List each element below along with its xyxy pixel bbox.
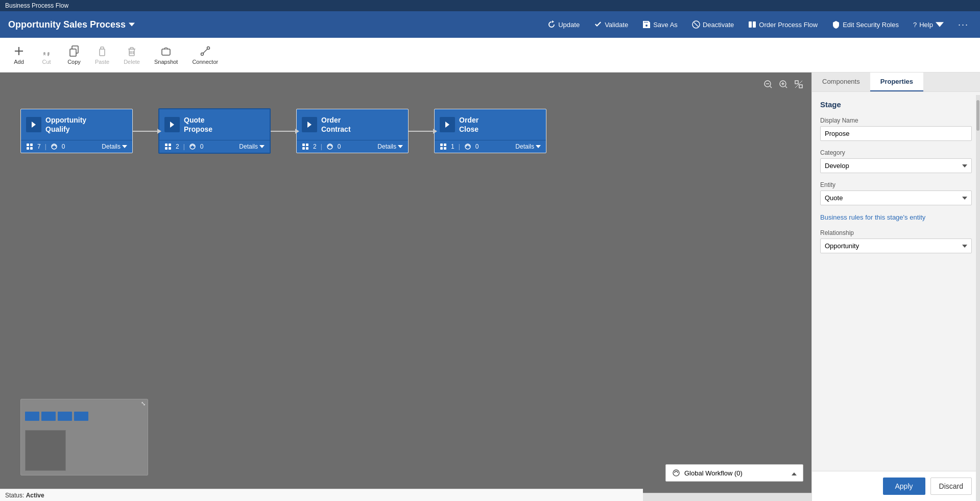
stage-header-quote-propose: QuotePropose (159, 109, 270, 140)
svg-rect-10 (100, 49, 105, 56)
stage-order-close[interactable]: OrderClose 1 | 0 Details (434, 109, 546, 153)
stage3-details-button[interactable]: Details (377, 143, 403, 150)
svg-point-22 (207, 46, 209, 49)
panel-scrollbar[interactable] (976, 95, 980, 501)
stage-name-opportunity-qualify: OpportunityQualify (45, 115, 86, 134)
category-select[interactable]: Qualify Develop Propose Close (820, 158, 972, 173)
stage-icon-quote-propose (164, 117, 180, 132)
help-button[interactable]: ? Help (910, 18, 947, 31)
entity-select[interactable]: Opportunity Quote Order Invoice (820, 190, 972, 205)
biz-rules-link[interactable]: Business rules for this stage's entity (820, 213, 925, 221)
fit-view-button[interactable] (793, 79, 804, 91)
stage-order-contract[interactable]: OrderContract 2 | 0 Details (296, 109, 409, 153)
zoom-in-button[interactable] (778, 79, 789, 91)
right-panel: Components Properties Stage Display Name… (811, 73, 980, 501)
svg-line-1 (694, 22, 698, 27)
more-dots-icon: ··· (958, 19, 969, 30)
apply-button[interactable]: Apply (883, 478, 925, 495)
canvas-area[interactable]: OpportunityQualify 7 | 0 Details (0, 73, 811, 501)
svg-line-25 (770, 86, 772, 88)
mini-map-toggle[interactable]: ⤡ (141, 400, 146, 407)
zoom-out-button[interactable] (762, 79, 774, 91)
stage4-details-button[interactable]: Details (515, 143, 541, 150)
copy-label: Copy (67, 59, 81, 65)
svg-rect-34 (27, 144, 29, 146)
stage-icon-opportunity-qualify (26, 117, 41, 132)
svg-rect-53 (444, 144, 446, 146)
svg-rect-49 (306, 147, 308, 150)
relationship-select[interactable]: Opportunity Quote Order (820, 238, 972, 253)
global-workflow-chevron-icon[interactable] (792, 469, 797, 477)
svg-point-57 (673, 470, 679, 476)
svg-marker-39 (170, 122, 174, 128)
stage4-workflows: 0 (475, 143, 479, 150)
main-area: OpportunityQualify 7 | 0 Details (0, 73, 980, 501)
stage-footer-opportunity-qualify: 7 | 0 Details (21, 140, 132, 153)
copy-button[interactable]: Copy (61, 42, 87, 68)
global-workflow-label: Global Workflow (0) (684, 469, 743, 477)
order-process-flow-button[interactable]: Order Process Flow (745, 18, 821, 31)
mini-map-canvas (25, 430, 66, 471)
svg-rect-9 (70, 49, 76, 56)
stage1-details-button[interactable]: Details (102, 143, 127, 150)
mini-stage-2 (41, 412, 56, 421)
stage1-workflows: 0 (62, 143, 65, 150)
svg-rect-43 (169, 147, 171, 150)
tab-components[interactable]: Components (812, 73, 870, 91)
panel-content: Stage Display Name Category Qualify Deve… (812, 92, 980, 471)
panel-scrollbar-thumb[interactable] (976, 100, 979, 131)
update-label: Update (558, 21, 580, 29)
deactivate-button[interactable]: Deactivate (689, 18, 737, 31)
canvas-controls (762, 79, 804, 91)
help-icon: ? (913, 21, 917, 29)
connector-3-4 (409, 131, 434, 132)
stage2-workflows: 0 (200, 143, 204, 150)
update-button[interactable]: Update (544, 18, 583, 31)
svg-rect-30 (795, 81, 798, 84)
panel-tabs: Components Properties (812, 73, 980, 92)
save-as-button[interactable]: Save As (639, 18, 681, 31)
stage-footer-quote-propose: 2 | 0 Details (159, 140, 270, 153)
paste-button[interactable]: Paste (89, 42, 115, 68)
stage-name-order-contract: OrderContract (321, 115, 351, 134)
stage2-steps: 2 (176, 143, 179, 150)
svg-marker-33 (32, 122, 36, 128)
svg-rect-17 (130, 47, 133, 49)
svg-line-29 (785, 86, 787, 88)
svg-rect-54 (440, 147, 443, 150)
cut-button[interactable]: Cut (34, 42, 59, 68)
panel-section-title: Stage (820, 100, 972, 109)
global-workflow-bar[interactable]: Global Workflow (0) (665, 464, 803, 482)
mini-stage-4 (74, 412, 88, 421)
flow-stages: OpportunityQualify 7 | 0 Details (20, 108, 546, 154)
svg-rect-52 (440, 144, 443, 146)
add-button[interactable]: Add (6, 42, 32, 68)
help-label: Help (919, 21, 933, 29)
display-name-input[interactable] (820, 126, 972, 141)
tab-properties[interactable]: Properties (870, 73, 923, 91)
svg-rect-5 (15, 51, 23, 52)
stage1-steps: 7 (37, 143, 41, 150)
discard-button[interactable]: Discard (930, 478, 972, 495)
entity-label: Entity (820, 181, 972, 188)
mini-map: ⤡ (20, 399, 148, 475)
connector-2-3 (271, 131, 296, 132)
stage2-details-button[interactable]: Details (239, 143, 265, 150)
status-bar: Status: Active (0, 489, 643, 501)
svg-marker-45 (307, 122, 312, 128)
stage-name-quote-propose: QuotePropose (184, 115, 212, 134)
edit-security-roles-label: Edit Security Roles (843, 21, 899, 29)
svg-line-32 (795, 81, 802, 88)
stage-opportunity-qualify[interactable]: OpportunityQualify 7 | 0 Details (20, 109, 133, 153)
delete-button[interactable]: Delete (117, 42, 146, 68)
snapshot-button[interactable]: Snapshot (148, 42, 184, 68)
connector-button[interactable]: Connector (186, 42, 224, 68)
svg-rect-37 (30, 147, 33, 150)
edit-security-roles-button[interactable]: Edit Security Roles (829, 18, 902, 31)
snapshot-label: Snapshot (154, 59, 178, 65)
panel-footer: Apply Discard (812, 471, 980, 501)
validate-button[interactable]: Validate (591, 18, 631, 31)
more-button[interactable]: ··· (955, 17, 972, 32)
stage-quote-propose[interactable]: QuotePropose 2 | 0 Details (158, 108, 271, 154)
chevron-down-icon[interactable] (129, 19, 135, 30)
